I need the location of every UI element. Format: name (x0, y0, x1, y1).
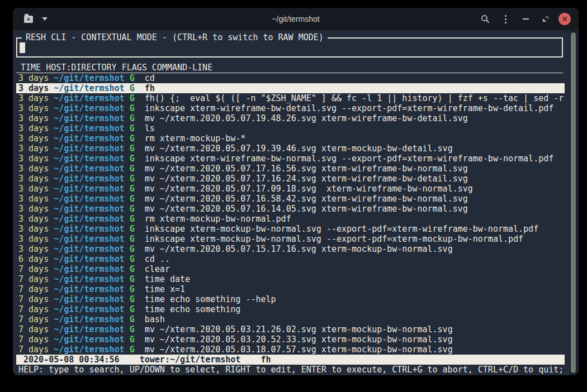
history-row[interactable]: 3 days ~/git/termshot G mv ~/xterm.2020.… (16, 204, 565, 214)
terminal-content[interactable]: RESH CLI - CONTEXTUAL MODE - (CTRL+R to … (13, 30, 579, 375)
menu-button[interactable] (498, 12, 513, 26)
row-command: time echo something --help (145, 294, 276, 304)
row-host-directory: ~/git/termshot (54, 164, 124, 174)
row-flags: G (130, 144, 135, 154)
status-datetime: 2020-05-08 00:34:56 (23, 355, 120, 365)
history-row[interactable]: 7 days ~/git/termshot G clear (16, 264, 565, 274)
plus-icon: + (27, 16, 30, 22)
history-row[interactable]: 3 days ~/git/termshot G inkscape xterm-w… (16, 154, 565, 164)
row-time: 7 days (18, 304, 49, 314)
row-time: 3 days (18, 123, 49, 133)
restore-icon (542, 16, 549, 22)
history-row[interactable]: 3 days ~/git/termshot G cd (16, 73, 565, 83)
history-row[interactable]: 7 days ~/git/termshot G time echo someth… (16, 294, 565, 304)
row-host-directory: ~/git/termshot (54, 345, 124, 355)
text-cursor (20, 42, 25, 53)
restore-button[interactable] (538, 12, 553, 26)
header-flags: FLAGS (122, 63, 147, 73)
history-row[interactable]: 3 days ~/git/termshot G mv ~/xterm.2020.… (16, 184, 565, 194)
history-row[interactable]: 3 days ~/git/termshot G inkscape xterm-m… (16, 234, 565, 244)
row-command: mv ~/xterm.2020.05.07.15.17.16.svg xterm… (145, 244, 453, 254)
history-row[interactable]: 3 days ~/git/termshot G fh() {; eval $( … (16, 93, 565, 103)
new-tab-button[interactable]: + (24, 16, 33, 23)
row-time: 3 days (18, 164, 49, 174)
history-row[interactable]: 3 days ~/git/termshot G mv ~/xterm.2020.… (16, 194, 565, 204)
history-row[interactable]: 3 days ~/git/termshot G rm xterm-mockup-… (16, 214, 565, 224)
row-command: rm xterm-mockup-bw-normal.pdf (145, 214, 291, 224)
history-row[interactable]: 7 days ~/git/termshot G mv ~/xterm.2020.… (16, 324, 565, 334)
row-flags: G (130, 224, 135, 234)
history-row[interactable]: 6 days ~/git/termshot G cd .. (16, 254, 565, 264)
chevron-down-icon[interactable] (42, 17, 48, 21)
row-flags: G (130, 234, 135, 244)
row-host-directory: ~/git/termshot (54, 73, 124, 83)
search-panel-title: RESH CLI - CONTEXTUAL MODE - (CTRL+R to … (22, 32, 328, 42)
row-flags: G (130, 254, 135, 264)
header-host-directory: HOST:DIRECTORY (46, 63, 116, 73)
history-row[interactable]: 7 days ~/git/termshot G mv ~/xterm.2020.… (16, 345, 565, 355)
history-row[interactable]: 3 days ~/git/termshot G inkscape xterm-m… (16, 224, 565, 234)
row-host-directory: ~/git/termshot (54, 123, 124, 133)
close-icon: ✕ (561, 15, 568, 23)
search-panel: RESH CLI - CONTEXTUAL MODE - (CTRL+R to … (16, 37, 563, 58)
row-flags: G (130, 154, 135, 164)
history-row[interactable]: 3 days ~/git/termshot G mv ~/xterm.2020.… (16, 244, 565, 254)
history-row[interactable]: 3 days ~/git/termshot G mv ~/xterm.2020.… (16, 164, 565, 174)
row-host-directory: ~/git/termshot (54, 274, 124, 284)
minimize-icon (523, 18, 529, 20)
row-host-directory: ~/git/termshot (54, 284, 124, 294)
row-command: mv ~/xterm.2020.05.07.16.58.42.svg xterm… (145, 194, 468, 204)
row-time: 3 days (18, 103, 49, 113)
search-button[interactable] (478, 12, 493, 26)
row-command: fh (145, 83, 155, 93)
history-row[interactable]: 3 days ~/git/termshot G mv ~/xterm.2020.… (16, 113, 565, 123)
row-flags: G (130, 264, 135, 274)
row-host-directory: ~/git/termshot (54, 103, 124, 113)
history-row[interactable]: 7 days ~/git/termshot G time date (16, 274, 565, 284)
row-time: 3 days (18, 73, 49, 83)
row-flags: G (130, 73, 135, 83)
history-row[interactable]: 7 days ~/git/termshot G time x=1 (16, 284, 565, 294)
history-row-selected[interactable]: 3 days ~/git/termshot G fh (16, 83, 565, 93)
scrollbar-thumb[interactable] (571, 32, 576, 373)
row-flags: G (130, 133, 135, 144)
row-host-directory: ~/git/termshot (54, 224, 124, 234)
row-flags: G (130, 284, 135, 294)
history-rows: 3 days ~/git/termshot G cd3 days ~/git/t… (16, 73, 565, 355)
row-host-directory: ~/git/termshot (54, 204, 124, 214)
row-time: 3 days (18, 184, 49, 194)
row-time: 7 days (18, 294, 49, 304)
row-command: rm xterm-mockup-bw-* (145, 133, 246, 144)
row-flags: G (130, 93, 135, 103)
row-command: fh() {; eval $( ([ -n "$ZSH_NAME" ] && f… (145, 93, 564, 103)
row-command: time date (145, 274, 190, 284)
row-host-directory: ~/git/termshot (54, 254, 124, 264)
row-flags: G (130, 113, 135, 123)
close-button[interactable]: ✕ (558, 13, 571, 25)
row-host-directory: ~/git/termshot (54, 83, 124, 93)
row-flags: G (130, 294, 135, 304)
history-row[interactable]: 3 days ~/git/termshot G inkscape xterm-w… (16, 103, 565, 113)
history-row[interactable]: 7 days ~/git/termshot G time echo someth… (16, 304, 565, 314)
history-row[interactable]: 3 days ~/git/termshot G ls (16, 123, 565, 133)
row-host-directory: ~/git/termshot (54, 144, 124, 154)
history-row[interactable]: 7 days ~/git/termshot G bash (16, 314, 565, 324)
row-command: ls (145, 123, 155, 133)
row-flags: G (130, 184, 135, 194)
row-time: 7 days (18, 264, 49, 274)
row-time: 3 days (18, 214, 49, 224)
row-host-directory: ~/git/termshot (54, 334, 124, 345)
row-flags: G (130, 334, 135, 345)
row-flags: G (130, 324, 135, 334)
row-host-directory: ~/git/termshot (54, 113, 124, 123)
row-time: 7 days (18, 334, 49, 345)
history-row[interactable]: 3 days ~/git/termshot G rm xterm-mockup-… (16, 133, 565, 144)
row-flags: G (130, 244, 135, 254)
history-row[interactable]: 3 days ~/git/termshot G mv ~/xterm.2020.… (16, 144, 565, 154)
row-flags: G (130, 345, 135, 355)
row-time: 6 days (18, 254, 49, 264)
row-flags: G (130, 83, 135, 93)
history-row[interactable]: 3 days ~/git/termshot G mv ~/xterm.2020.… (16, 174, 565, 184)
history-row[interactable]: 7 days ~/git/termshot G mv ~/xterm.2020.… (16, 334, 565, 345)
minimize-button[interactable] (518, 12, 533, 26)
